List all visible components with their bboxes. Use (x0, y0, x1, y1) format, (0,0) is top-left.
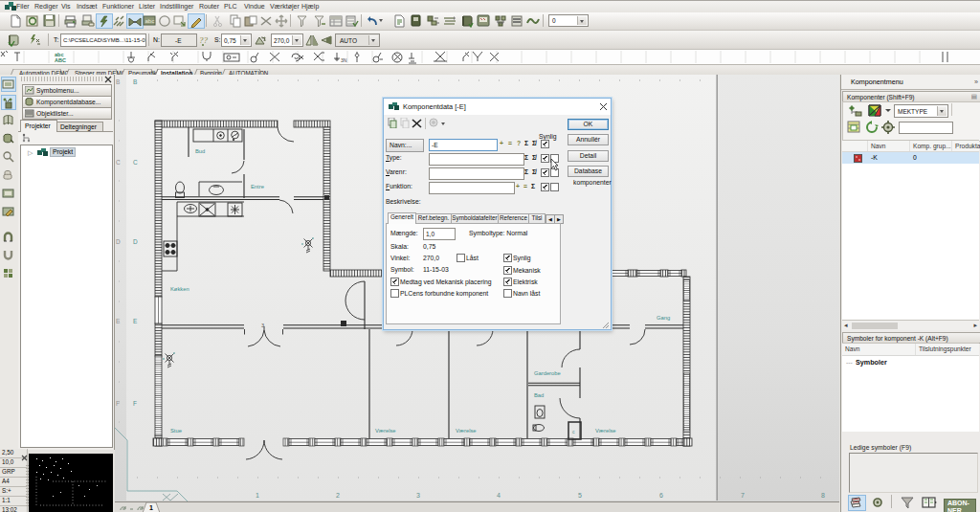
svg-text:3: 3 (261, 323, 264, 328)
svg-text:Værelse: Værelse (595, 428, 616, 434)
svg-text:Værelse: Værelse (456, 428, 477, 434)
svg-text:Gang: Gang (657, 315, 670, 321)
svg-text:1: 1 (149, 504, 153, 511)
svg-text:E: E (133, 318, 138, 324)
svg-text:Værelse: Værelse (375, 428, 396, 434)
svg-text:??: ?? (199, 35, 209, 45)
svg-text:ABC: ABC (55, 57, 66, 63)
svg-text:Garderobe: Garderobe (534, 370, 561, 376)
svg-text:D: D (116, 238, 121, 245)
svg-text:C: C (133, 159, 138, 166)
svg-text:8: 8 (821, 492, 825, 499)
svg-text:F: F (133, 400, 137, 407)
svg-text:3: 3 (416, 492, 420, 499)
svg-text:4: 4 (497, 492, 501, 499)
svg-text:F: F (116, 400, 120, 407)
svg-text:7: 7 (741, 492, 745, 499)
svg-text:B: B (116, 78, 120, 85)
svg-text:Entre: Entre (251, 184, 264, 189)
svg-text:E: E (116, 318, 121, 324)
svg-text:Bud: Bud (195, 148, 205, 154)
svg-text:c: c (572, 429, 575, 434)
svg-text:Bad: Bad (534, 392, 544, 398)
svg-text:Stue: Stue (170, 428, 182, 434)
svg-text:C: C (116, 159, 121, 166)
svg-text:Køkken: Køkken (170, 286, 189, 292)
svg-text:5: 5 (578, 492, 582, 499)
svg-text:B: B (133, 78, 137, 85)
svg-text:2: 2 (336, 492, 340, 499)
svg-text:6: 6 (659, 492, 663, 499)
svg-text:1: 1 (256, 492, 259, 499)
svg-text:3N: 3N (341, 57, 347, 63)
svg-text:abc: abc (145, 18, 155, 24)
svg-text:D: D (133, 238, 138, 245)
